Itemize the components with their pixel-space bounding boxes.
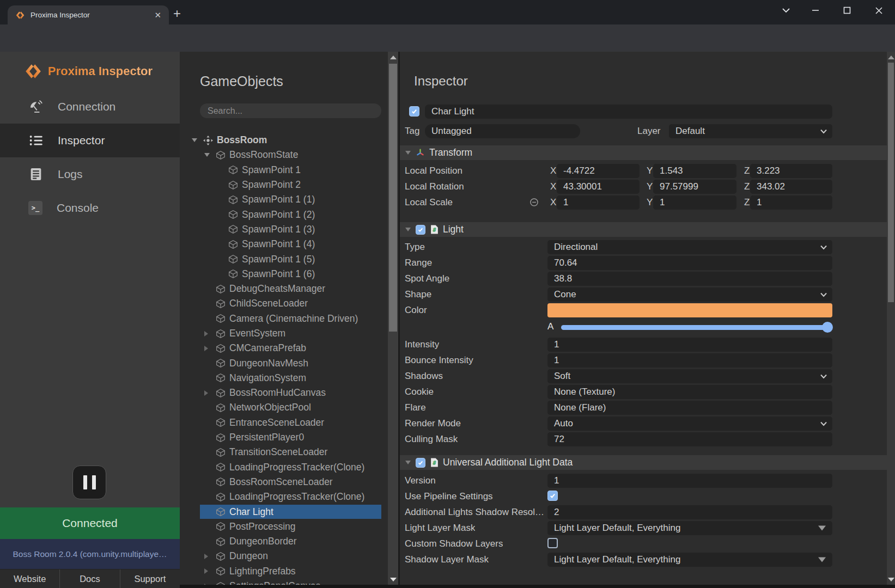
mask-dropdown[interactable]: Light Layer Default, Everything	[547, 553, 832, 567]
tree-node[interactable]: DungeonNavMesh	[180, 356, 388, 370]
collapse-arrow-icon[interactable]	[405, 228, 411, 231]
y-value-input[interactable]: 1.543	[653, 164, 736, 178]
scale-link-icon[interactable]	[529, 198, 539, 209]
z-value-input[interactable]: 1	[750, 195, 832, 210]
tree-node[interactable]: NavigationSystem	[180, 371, 388, 385]
tree-node[interactable]: SpawnPoint 1 (4)	[180, 237, 388, 252]
collapse-arrow-icon[interactable]	[204, 331, 208, 336]
scrollbar-thumb[interactable]	[389, 64, 397, 332]
window-close-button[interactable]	[870, 3, 887, 17]
collapse-arrow-icon[interactable]	[405, 461, 411, 464]
value-input[interactable]: 72	[547, 432, 832, 446]
tree-node[interactable]: BossRoomState	[180, 148, 388, 162]
tree-node[interactable]: Char Light	[180, 504, 388, 519]
tree-node[interactable]: BossRoomSceneLoader	[180, 475, 388, 489]
scroll-down-icon[interactable]	[390, 578, 397, 581]
alpha-slider[interactable]	[561, 325, 827, 330]
tree-node[interactable]: SpawnPoint 1	[180, 163, 388, 177]
x-value-input[interactable]: 43.30001	[557, 180, 640, 194]
tree-scrollbar[interactable]	[388, 52, 398, 588]
window-maximize-button[interactable]	[839, 3, 855, 17]
tab-search-chevron-icon[interactable]	[778, 3, 794, 17]
browser-tab[interactable]: Proxima Inspector ✕	[8, 5, 169, 24]
value-input[interactable]: 38.8	[547, 272, 832, 286]
website-link[interactable]: Website	[0, 569, 60, 588]
z-value-input[interactable]: 343.02	[750, 180, 832, 194]
active-checkbox[interactable]	[409, 106, 419, 117]
tab-close-icon[interactable]: ✕	[152, 9, 163, 21]
collapse-arrow-icon[interactable]	[204, 568, 208, 574]
sidebar-item-console[interactable]: >_ Console	[0, 191, 180, 225]
window-minimize-button[interactable]	[807, 3, 824, 17]
tree-node[interactable]: BossRoom	[180, 133, 388, 148]
value-input[interactable]: 2	[547, 505, 832, 519]
tree-node[interactable]: TransitionSceneLoader	[180, 445, 388, 460]
x-value-input[interactable]: 1	[557, 195, 640, 210]
value-dropdown[interactable]: Directional	[547, 240, 832, 254]
tree-node[interactable]: ChildSceneLoader	[180, 296, 388, 311]
tree-node[interactable]: SpawnPoint 1 (6)	[180, 267, 388, 281]
expand-arrow-icon[interactable]	[192, 138, 197, 142]
value-input[interactable]: 70.64	[547, 256, 832, 270]
tree-node[interactable]: PostProcessing	[180, 519, 388, 534]
value-input[interactable]: 1	[547, 353, 832, 367]
docs-link[interactable]: Docs	[60, 569, 120, 588]
new-tab-button[interactable]: +	[173, 6, 181, 21]
value-input[interactable]: 1	[547, 474, 832, 488]
tree-node[interactable]: EntranceSceneLoader	[180, 415, 388, 430]
y-value-input[interactable]: 97.57999	[653, 180, 736, 194]
sidebar-item-logs[interactable]: Logs	[0, 157, 180, 191]
tree-node[interactable]: EventSystem	[180, 326, 388, 341]
tree-node[interactable]: Dungeon	[180, 549, 388, 564]
tree-node[interactable]: DebugCheatsManager	[180, 281, 388, 296]
tree-node[interactable]: BossRoomHudCanvas	[180, 385, 388, 400]
z-value-input[interactable]: 3.223	[750, 164, 832, 178]
expand-arrow-icon[interactable]	[204, 153, 210, 157]
value-dropdown[interactable]: Cone	[547, 287, 832, 302]
color-swatch[interactable]	[547, 303, 832, 317]
sidebar-item-inspector[interactable]: Inspector	[0, 124, 180, 157]
tag-input[interactable]: Untagged	[425, 124, 580, 138]
tree-node[interactable]: DungeonBorder	[180, 534, 388, 549]
x-value-input[interactable]: -4.4722	[557, 164, 640, 178]
transform-header[interactable]: Transform	[400, 145, 887, 160]
tree-node[interactable]: Camera (Cinemachine Driven)	[180, 311, 388, 326]
inspector-scrollbar[interactable]	[887, 52, 895, 588]
collapse-arrow-icon[interactable]	[204, 554, 208, 559]
tree-node[interactable]: LoadingProgressTracker(Clone)	[180, 460, 388, 475]
scroll-up-icon[interactable]	[888, 56, 894, 59]
property-checkbox[interactable]	[547, 491, 558, 501]
collapse-arrow-icon[interactable]	[405, 151, 411, 155]
tree-node[interactable]: SpawnPoint 1 (5)	[180, 252, 388, 266]
y-value-input[interactable]: 1	[653, 195, 736, 210]
value-dropdown[interactable]: Auto	[547, 416, 832, 431]
tree-node[interactable]: PersistentPlayer0	[180, 430, 388, 445]
value-input[interactable]: None (Texture)	[547, 385, 832, 399]
universal-additional-light-data-header[interactable]: # Universal Additional Light Data	[400, 455, 887, 470]
tree-node[interactable]: SpawnPoint 1 (3)	[180, 222, 388, 237]
value-input[interactable]: None (Flare)	[547, 401, 832, 415]
layer-dropdown[interactable]: Default	[669, 124, 832, 138]
tree-node[interactable]: CMCameraPrefab	[180, 341, 388, 356]
property-checkbox[interactable]	[547, 538, 558, 548]
support-link[interactable]: Support	[120, 569, 180, 588]
slider-thumb-icon[interactable]	[822, 322, 833, 333]
tree-node[interactable]: SpawnPoint 2	[180, 177, 388, 192]
light-header[interactable]: # Light	[400, 222, 887, 237]
search-input[interactable]	[200, 103, 381, 118]
value-input[interactable]: 1	[547, 338, 832, 352]
scroll-up-icon[interactable]	[390, 56, 397, 59]
tree-node[interactable]: LoadingProgressTracker(Clone)	[180, 489, 388, 504]
tree-node[interactable]: LightingPrefabs	[180, 564, 388, 579]
tree-node[interactable]: SpawnPoint 1 (1)	[180, 192, 388, 207]
collapse-arrow-icon[interactable]	[204, 346, 208, 351]
scrollbar-thumb[interactable]	[888, 63, 894, 302]
mask-dropdown[interactable]: Light Layer Default, Everything	[547, 521, 832, 535]
sidebar-item-connection[interactable]: Connection	[0, 90, 180, 124]
component-enabled-checkbox[interactable]	[416, 225, 425, 235]
value-dropdown[interactable]: Soft	[547, 369, 832, 383]
collapse-arrow-icon[interactable]	[204, 390, 208, 396]
tree-node[interactable]: SpawnPoint 1 (2)	[180, 207, 388, 222]
tree-node[interactable]: NetworkObjectPool	[180, 400, 388, 415]
scroll-down-icon[interactable]	[888, 578, 894, 581]
